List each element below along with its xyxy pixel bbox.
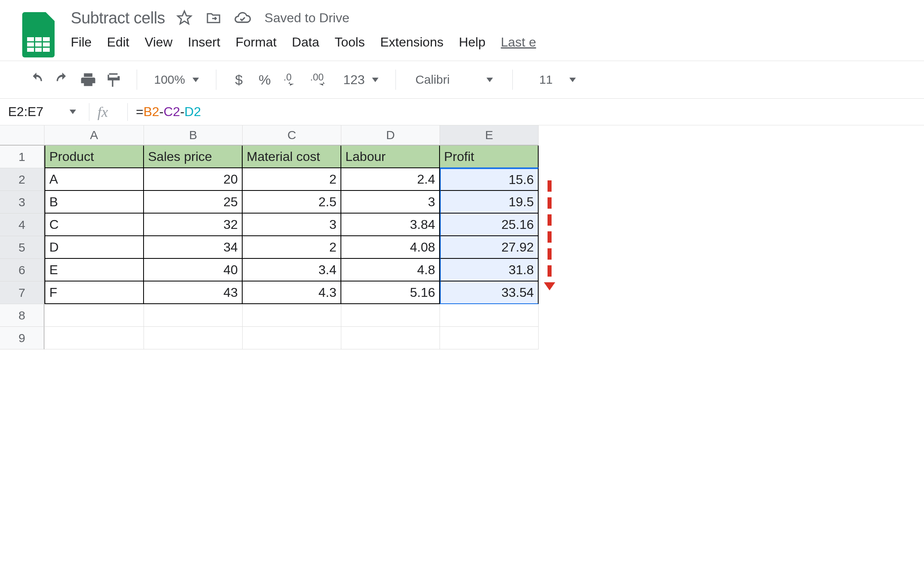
row-header-9[interactable]: 9 xyxy=(0,327,44,349)
row-header-8[interactable]: 8 xyxy=(0,304,44,327)
menu-format[interactable]: Format xyxy=(236,35,277,50)
menu-edit[interactable]: Edit xyxy=(107,35,129,50)
cloud-saved-icon[interactable] xyxy=(233,8,252,28)
cell-B4[interactable]: 32 xyxy=(144,214,243,236)
cell-A9[interactable] xyxy=(44,327,144,349)
menu-view[interactable]: View xyxy=(145,35,173,50)
menu-tools[interactable]: Tools xyxy=(334,35,365,50)
cell-A7[interactable]: F xyxy=(44,281,144,304)
formula-input[interactable]: =B2-C2-D2 xyxy=(136,104,201,119)
print-button[interactable] xyxy=(79,71,97,89)
move-icon[interactable] xyxy=(204,8,223,28)
cell-C8[interactable] xyxy=(243,304,341,327)
name-box[interactable]: E2:E7 xyxy=(8,104,81,119)
zoom-value: 100% xyxy=(154,73,185,87)
cell-E2[interactable]: 15.6 xyxy=(440,167,539,191)
cell-C6[interactable]: 3.4 xyxy=(243,259,341,281)
cell-A6[interactable]: E xyxy=(44,259,144,281)
menu-data[interactable]: Data xyxy=(292,35,319,50)
cell-C2[interactable]: 2 xyxy=(243,168,341,191)
spreadsheet-grid[interactable]: A B C D E 1 Product Sales price Material… xyxy=(0,125,924,349)
formula-bar: E2:E7 fx =B2-C2-D2 xyxy=(0,99,924,125)
cell-B7[interactable]: 43 xyxy=(144,281,243,304)
cell-B6[interactable]: 40 xyxy=(144,259,243,281)
undo-button[interactable] xyxy=(27,71,45,89)
cell-D3[interactable]: 3 xyxy=(341,191,440,214)
doc-title[interactable]: Subtract cells xyxy=(71,9,165,27)
cell-E7[interactable]: 33.54 xyxy=(440,281,539,304)
cell-A4[interactable]: C xyxy=(44,214,144,236)
cell-B1[interactable]: Sales price xyxy=(144,146,243,168)
increase-decimal-button[interactable]: .00 xyxy=(309,71,332,89)
paint-format-button[interactable] xyxy=(105,71,123,89)
cell-E5[interactable]: 27.92 xyxy=(440,236,539,259)
redo-button[interactable] xyxy=(53,71,71,89)
row-header-3[interactable]: 3 xyxy=(0,191,44,214)
cell-D9[interactable] xyxy=(341,327,440,349)
menu-insert[interactable]: Insert xyxy=(188,35,220,50)
cell-D5[interactable]: 4.08 xyxy=(341,236,440,259)
cell-E3[interactable]: 19.5 xyxy=(440,191,539,214)
select-all-corner[interactable] xyxy=(0,125,44,146)
cell-B5[interactable]: 34 xyxy=(144,236,243,259)
cell-E9[interactable] xyxy=(440,327,539,349)
font-family-select[interactable]: Calibri xyxy=(410,73,499,87)
cell-E1[interactable]: Profit xyxy=(440,146,539,168)
cell-C9[interactable] xyxy=(243,327,341,349)
cell-D1[interactable]: Labour xyxy=(341,146,440,168)
row-header-4[interactable]: 4 xyxy=(0,214,44,236)
menu-help[interactable]: Help xyxy=(459,35,486,50)
cell-A2[interactable]: A xyxy=(44,168,144,191)
star-icon[interactable] xyxy=(175,8,194,28)
cell-A5[interactable]: D xyxy=(44,236,144,259)
chevron-down-icon xyxy=(192,78,199,82)
cell-C1[interactable]: Material cost xyxy=(243,146,341,168)
currency-button[interactable]: $ xyxy=(230,71,248,89)
cell-C5[interactable]: 2 xyxy=(243,236,341,259)
cell-D6[interactable]: 4.8 xyxy=(341,259,440,281)
cell-B8[interactable] xyxy=(144,304,243,327)
col-header-C[interactable]: C xyxy=(243,125,341,146)
decrease-decimal-button[interactable]: .0 xyxy=(282,71,301,89)
saved-status: Saved to Drive xyxy=(264,11,349,25)
cell-D4[interactable]: 3.84 xyxy=(341,214,440,236)
toolbar: 100% $ % .0 .00 123 Calibri 11 xyxy=(0,61,924,99)
row-header-5[interactable]: 5 xyxy=(0,236,44,259)
name-box-value: E2:E7 xyxy=(8,104,43,119)
sheets-app-icon[interactable] xyxy=(22,12,55,57)
last-edit-link[interactable]: Last e xyxy=(501,35,536,50)
cell-C7[interactable]: 4.3 xyxy=(243,281,341,304)
percent-button[interactable]: % xyxy=(256,71,274,89)
font-family-value: Calibri xyxy=(415,73,450,87)
row-header-1[interactable]: 1 xyxy=(0,146,44,168)
cell-E4[interactable]: 25.16 xyxy=(440,214,539,236)
col-header-D[interactable]: D xyxy=(341,125,440,146)
cell-E6[interactable]: 31.8 xyxy=(440,259,539,281)
menu-file[interactable]: File xyxy=(71,35,92,50)
row-header-7[interactable]: 7 xyxy=(0,281,44,304)
cell-C4[interactable]: 3 xyxy=(243,214,341,236)
font-size-select[interactable]: 11 xyxy=(526,73,579,87)
row-header-2[interactable]: 2 xyxy=(0,168,44,191)
col-header-A[interactable]: A xyxy=(44,125,144,146)
cell-C3[interactable]: 2.5 xyxy=(243,191,341,214)
svg-marker-0 xyxy=(178,11,191,24)
cell-D8[interactable] xyxy=(341,304,440,327)
row-header-6[interactable]: 6 xyxy=(0,259,44,281)
cell-D7[interactable]: 5.16 xyxy=(341,281,440,304)
cell-A8[interactable] xyxy=(44,304,144,327)
menu-extensions[interactable]: Extensions xyxy=(380,35,444,50)
more-formats-button[interactable]: 123 xyxy=(340,72,382,87)
cell-D2[interactable]: 2.4 xyxy=(341,168,440,191)
cell-B2[interactable]: 20 xyxy=(144,168,243,191)
chevron-down-icon xyxy=(486,78,493,82)
svg-text:.0: .0 xyxy=(283,72,292,83)
cell-A1[interactable]: Product xyxy=(44,146,144,168)
col-header-E[interactable]: E xyxy=(440,125,539,146)
col-header-B[interactable]: B xyxy=(144,125,243,146)
cell-B3[interactable]: 25 xyxy=(144,191,243,214)
cell-B9[interactable] xyxy=(144,327,243,349)
cell-E8[interactable] xyxy=(440,304,539,327)
zoom-select[interactable]: 100% xyxy=(151,73,202,87)
cell-A3[interactable]: B xyxy=(44,191,144,214)
